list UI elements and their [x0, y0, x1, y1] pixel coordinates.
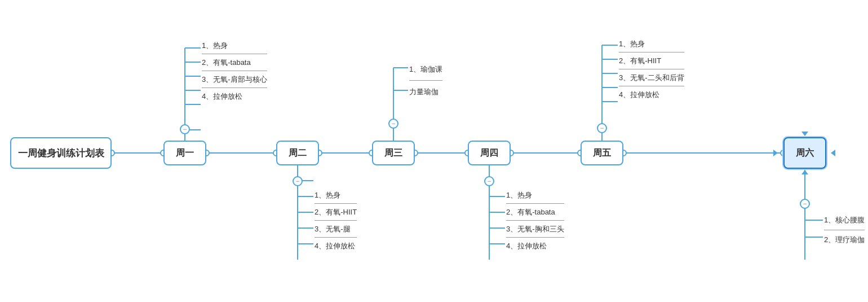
svg-marker-67	[831, 150, 835, 156]
svg-text:−: −	[487, 177, 491, 185]
sat-bot-2: 2、理疗瑜伽	[824, 231, 865, 250]
thu-bot-1: 1、热身	[506, 188, 564, 204]
mon-top-4: 4、拉伸放松	[202, 89, 267, 104]
mon-top-1: 1、热身	[202, 38, 267, 54]
sat-bot-1: 1、核心腰腹	[824, 212, 865, 230]
tue-bot-1: 1、热身	[315, 188, 357, 204]
svg-text:−: −	[803, 200, 807, 208]
svg-marker-66	[773, 150, 778, 156]
svg-marker-69	[801, 170, 808, 174]
fri-top-1: 1、热身	[619, 37, 684, 52]
mon-top-3: 3、无氧-肩部与核心	[202, 72, 267, 88]
thu-bot-3: 3、无氧-胸和三头	[506, 222, 564, 238]
fri-top-3: 3、无氧-二头和后背	[619, 71, 684, 86]
node-mon-label: 周一	[176, 147, 194, 159]
svg-text:−: −	[183, 125, 187, 133]
branch-thu-bottom: 1、热身 2、有氧-tabata 3、无氧-胸和三头 4、拉伸放松	[506, 188, 564, 255]
tue-bot-2: 2、有氧-HIIT	[315, 205, 357, 221]
node-tue[interactable]: 周二	[276, 141, 319, 165]
branch-sat-bottom: 1、核心腰腹 2、理疗瑜伽	[824, 212, 865, 251]
node-thu-label: 周四	[480, 147, 498, 159]
node-sat[interactable]: 周六	[783, 137, 826, 169]
fri-top-2: 2、有氧-HIIT	[619, 54, 684, 69]
fri-top-4: 4、拉伸放松	[619, 87, 684, 103]
branch-wed-top: 1、瑜伽课 力量瑜伽	[409, 59, 442, 104]
thu-bot-2: 2、有氧-tabata	[506, 205, 564, 221]
node-wed-label: 周三	[384, 147, 402, 159]
branch-fri-top: 1、热身 2、有氧-HIIT 3、无氧-二头和后背 4、拉伸放松	[619, 37, 684, 104]
mon-top-2: 2、有氧-tabata	[202, 55, 267, 71]
node-wed[interactable]: 周三	[372, 141, 415, 165]
node-tue-label: 周二	[289, 147, 307, 159]
root-node[interactable]: 一周健身训练计划表	[10, 137, 112, 169]
svg-marker-68	[801, 132, 808, 136]
node-fri[interactable]: 周五	[581, 141, 623, 165]
thu-bot-4: 4、拉伸放松	[506, 239, 564, 254]
mind-map-canvas: − − − − −	[0, 0, 868, 302]
branch-mon-top: 1、热身 2、有氧-tabata 3、无氧-肩部与核心 4、拉伸放松	[202, 38, 267, 106]
tue-bot-3: 3、无氧-腿	[315, 222, 357, 238]
wed-top-1: 1、瑜伽课	[409, 59, 442, 81]
svg-text:−: −	[600, 124, 604, 132]
root-label: 一周健身训练计划表	[18, 147, 104, 160]
svg-text:−: −	[391, 120, 395, 128]
svg-text:−: −	[295, 177, 299, 185]
connections-svg: − − − − −	[0, 0, 868, 302]
node-thu[interactable]: 周四	[468, 141, 511, 165]
wed-top-2: 力量瑜伽	[409, 82, 442, 103]
tue-bot-4: 4、拉伸放松	[315, 239, 357, 254]
node-mon[interactable]: 周一	[163, 141, 206, 165]
branch-tue-bottom: 1、热身 2、有氧-HIIT 3、无氧-腿 4、拉伸放松	[315, 188, 357, 255]
node-sat-label: 周六	[796, 147, 814, 159]
node-fri-label: 周五	[593, 147, 611, 159]
